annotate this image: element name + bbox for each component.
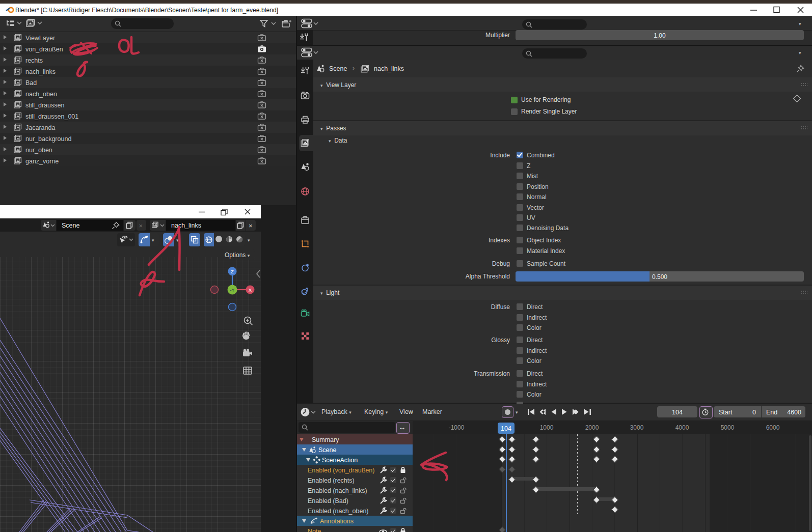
svg-text:-Y: -Y <box>230 288 235 293</box>
svg-text:X: X <box>249 287 252 293</box>
svg-text:Z: Z <box>231 269 234 274</box>
